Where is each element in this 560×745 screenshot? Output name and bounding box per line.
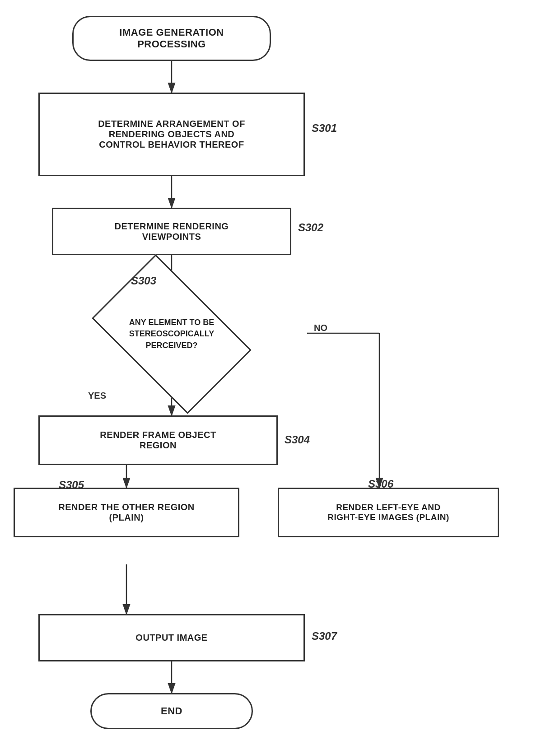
s305-box: RENDER THE OTHER REGION (PLAIN) — [14, 488, 239, 537]
no-label: NO — [314, 323, 327, 333]
s301-step: S301 — [312, 122, 337, 135]
start-label: IMAGE GENERATION PROCESSING — [119, 27, 224, 50]
end-terminal: END — [90, 693, 253, 729]
s307-step: S307 — [312, 630, 337, 643]
end-label: END — [161, 705, 182, 717]
s302-step: S302 — [298, 221, 323, 234]
s305-step: S305 — [59, 479, 84, 491]
s303-diamond: ANY ELEMENT TO BE STEREOSCOPICALLY PERCE… — [36, 280, 307, 388]
s301-label: DETERMINE ARRANGEMENT OF RENDERING OBJEC… — [98, 119, 245, 150]
s302-box: DETERMINE RENDERING VIEWPOINTS — [52, 208, 291, 255]
s304-box: RENDER FRAME OBJECT REGION — [38, 415, 278, 465]
s303-text: ANY ELEMENT TO BE STEREOSCOPICALLY PERCE… — [120, 317, 224, 351]
yes-label: YES — [88, 391, 106, 401]
s306-box: RENDER LEFT-EYE AND RIGHT-EYE IMAGES (PL… — [278, 488, 499, 537]
s302-label: DETERMINE RENDERING VIEWPOINTS — [115, 221, 229, 242]
flowchart: IMAGE GENERATION PROCESSING DETERMINE AR… — [0, 0, 560, 745]
s303-step: S303 — [131, 275, 156, 287]
s304-step: S304 — [285, 433, 310, 446]
s305-label: RENDER THE OTHER REGION (PLAIN) — [58, 502, 195, 523]
s304-label: RENDER FRAME OBJECT REGION — [100, 430, 216, 451]
start-terminal: IMAGE GENERATION PROCESSING — [72, 16, 271, 61]
s306-label: RENDER LEFT-EYE AND RIGHT-EYE IMAGES (PL… — [327, 503, 449, 522]
s307-label: OUTPUT IMAGE — [135, 633, 207, 643]
s301-box: DETERMINE ARRANGEMENT OF RENDERING OBJEC… — [38, 93, 305, 176]
s306-step: S306 — [368, 478, 393, 490]
s307-box: OUTPUT IMAGE — [38, 614, 305, 661]
